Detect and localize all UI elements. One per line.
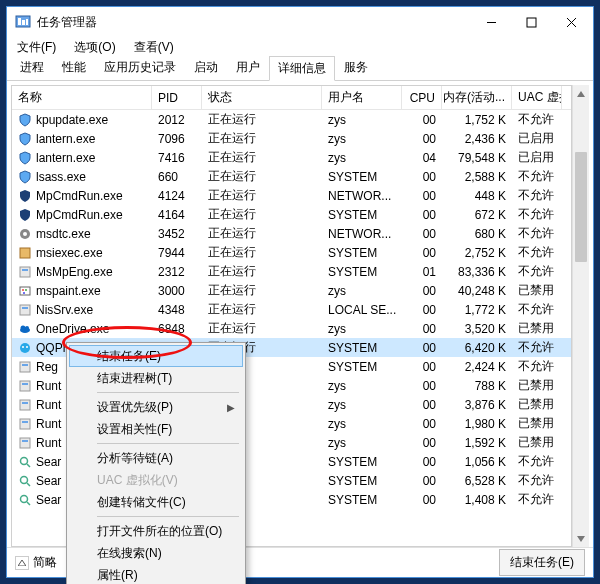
cell-cpu: 00 (402, 322, 442, 336)
col-status[interactable]: 状态 (202, 86, 322, 109)
col-mem[interactable]: 内存(活动... (442, 86, 512, 109)
table-row[interactable]: lantern.exe7096正在运行zys002,436 K已启用 (12, 129, 571, 148)
cell-status: 正在运行 (202, 206, 322, 223)
menu-view[interactable]: 查看(V) (130, 38, 178, 57)
cell-status: 正在运行 (202, 149, 322, 166)
col-user[interactable]: 用户名 (322, 86, 402, 109)
tab-2[interactable]: 应用历史记录 (95, 55, 185, 80)
tab-6[interactable]: 服务 (335, 55, 377, 80)
separator (97, 443, 239, 444)
table-row[interactable]: NisSrv.exe4348正在运行LOCAL SE...001,772 K不允… (12, 300, 571, 319)
ctx-priority[interactable]: 设置优先级(P)▶ (69, 396, 243, 418)
cell-name: lsass.exe (12, 170, 152, 184)
cell-uac: 不允许 (512, 339, 562, 356)
end-task-button[interactable]: 结束任务(E) (499, 549, 585, 576)
cell-status: 正在运行 (202, 225, 322, 242)
cell-pid: 4348 (152, 303, 202, 317)
cell-uac: 不允许 (512, 111, 562, 128)
cell-mem: 6,420 K (442, 341, 512, 355)
maximize-button[interactable] (511, 8, 551, 36)
minimize-button[interactable] (471, 8, 511, 36)
cell-cpu: 04 (402, 151, 442, 165)
cell-user: SYSTEM (322, 493, 402, 507)
collapse-icon[interactable] (15, 556, 29, 570)
svg-point-39 (21, 495, 28, 502)
svg-rect-33 (20, 438, 30, 448)
table-row[interactable]: lantern.exe7416正在运行zys0479,548 K已启用 (12, 148, 571, 167)
scroll-track[interactable] (573, 102, 589, 530)
col-name[interactable]: 名称 (12, 86, 152, 109)
ctx-dump[interactable]: 创建转储文件(C) (69, 491, 243, 513)
svg-point-14 (22, 289, 24, 291)
cell-user: zys (322, 113, 402, 127)
cell-uac: 不允许 (512, 453, 562, 470)
table-row[interactable]: OneDrive.exe6848正在运行zys003,520 K已禁用 (12, 319, 571, 338)
cell-uac: 已禁用 (512, 282, 562, 299)
table-row[interactable]: msdtc.exe3452正在运行NETWOR...00680 K不允许 (12, 224, 571, 243)
table-row[interactable]: MsMpEng.exe2312正在运行SYSTEM0183,336 K不允许 (12, 262, 571, 281)
cell-user: zys (322, 379, 402, 393)
table-row[interactable]: MpCmdRun.exe4124正在运行NETWOR...00448 K不允许 (12, 186, 571, 205)
menu-options[interactable]: 选项(O) (70, 38, 119, 57)
table-row[interactable]: MpCmdRun.exe4164正在运行SYSTEM00672 K不允许 (12, 205, 571, 224)
svg-rect-26 (22, 364, 28, 366)
tab-1[interactable]: 性能 (53, 55, 95, 80)
menu-file[interactable]: 文件(F) (13, 38, 60, 57)
tab-4[interactable]: 用户 (227, 55, 269, 80)
ctx-online-search[interactable]: 在线搜索(N) (69, 542, 243, 564)
cell-status: 正在运行 (202, 263, 322, 280)
cell-uac: 不允许 (512, 244, 562, 261)
cell-pid: 4164 (152, 208, 202, 222)
svg-rect-34 (22, 440, 28, 442)
close-button[interactable] (551, 8, 591, 36)
svg-rect-13 (20, 287, 30, 295)
tab-3[interactable]: 启动 (185, 55, 227, 80)
ctx-analyze-chain[interactable]: 分析等待链(A) (69, 447, 243, 469)
table-row[interactable]: kpupdate.exe2012正在运行zys001,752 K不允许 (12, 110, 571, 129)
cell-cpu: 00 (402, 455, 442, 469)
tab-5[interactable]: 详细信息 (269, 56, 335, 81)
ctx-end-tree[interactable]: 结束进程树(T) (69, 367, 243, 389)
cell-cpu: 00 (402, 132, 442, 146)
cell-user: SYSTEM (322, 341, 402, 355)
scroll-up-icon[interactable] (573, 85, 589, 102)
ctx-uac[interactable]: UAC 虚拟化(V) (69, 469, 243, 491)
cell-name: OneDrive.exe (12, 322, 152, 336)
table-row[interactable]: mspaint.exe3000正在运行zys0040,248 K已禁用 (12, 281, 571, 300)
cell-user: SYSTEM (322, 455, 402, 469)
ctx-properties[interactable]: 属性(R) (69, 564, 243, 584)
scrollbar[interactable] (572, 85, 589, 547)
cell-uac: 已禁用 (512, 415, 562, 432)
cell-user: zys (322, 436, 402, 450)
cell-uac: 不允许 (512, 358, 562, 375)
svg-rect-2 (22, 20, 25, 25)
cell-mem: 2,752 K (442, 246, 512, 260)
scroll-thumb[interactable] (575, 152, 587, 262)
ctx-end-task[interactable]: 结束任务(E) (69, 345, 243, 367)
cell-pid: 7944 (152, 246, 202, 260)
cell-mem: 3,876 K (442, 398, 512, 412)
scroll-down-icon[interactable] (573, 530, 589, 547)
col-pid[interactable]: PID (152, 86, 202, 109)
cell-mem: 448 K (442, 189, 512, 203)
svg-point-35 (21, 457, 28, 464)
ctx-open-location[interactable]: 打开文件所在的位置(O) (69, 520, 243, 542)
table-row[interactable]: msiexec.exe7944正在运行SYSTEM002,752 K不允许 (12, 243, 571, 262)
table-row[interactable]: lsass.exe660正在运行SYSTEM002,588 K不允许 (12, 167, 571, 186)
cell-pid: 2012 (152, 113, 202, 127)
cell-name: NisSrv.exe (12, 303, 152, 317)
cell-mem: 1,752 K (442, 113, 512, 127)
cell-mem: 1,408 K (442, 493, 512, 507)
svg-rect-11 (20, 267, 30, 277)
tab-bar: 进程性能应用历史记录启动用户详细信息服务 (7, 57, 593, 81)
tab-0[interactable]: 进程 (11, 55, 53, 80)
cell-name: lantern.exe (12, 151, 152, 165)
cell-name: msiexec.exe (12, 246, 152, 260)
col-cpu[interactable]: CPU (402, 86, 442, 109)
cell-pid: 7416 (152, 151, 202, 165)
svg-rect-10 (20, 248, 30, 258)
cell-cpu: 00 (402, 284, 442, 298)
status-label[interactable]: 简略 (33, 554, 57, 571)
ctx-affinity[interactable]: 设置相关性(F) (69, 418, 243, 440)
col-uac[interactable]: UAC 虚拟化 (512, 86, 562, 109)
